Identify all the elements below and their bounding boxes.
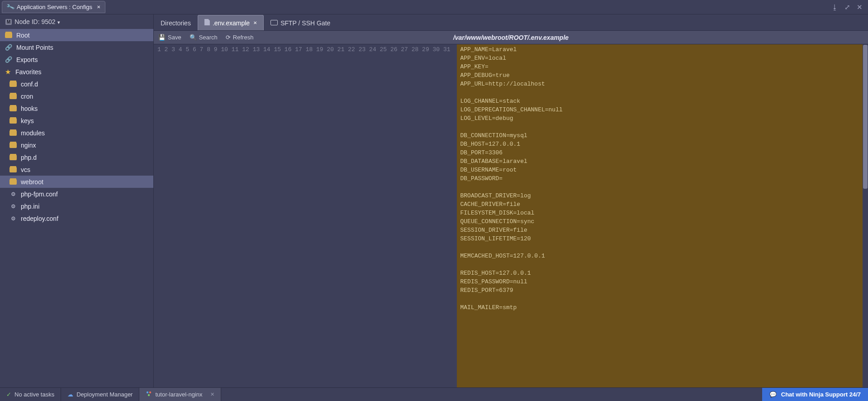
tree-item-label: hooks [21,105,38,112]
tree-item-root[interactable]: Root [0,29,153,41]
svg-point-1 [149,391,151,393]
folder-icon [9,178,17,186]
close-icon[interactable]: ✕ [97,5,100,10]
save-button[interactable]: 💾 Save [158,34,181,41]
tree-item-php-d[interactable]: php.d [0,151,153,163]
bottom-bar: ✓ No active tasks ☁ Deployment Manager t… [0,387,868,401]
tree-item-redeploy-conf[interactable]: ⚙redeploy.conf [0,212,153,224]
folder-icon [9,117,17,125]
svg-point-0 [147,391,148,393]
close-window-icon[interactable]: ✕ [857,3,863,11]
code-editor[interactable]: 1 2 3 4 5 6 7 8 9 10 11 12 13 14 15 16 1… [154,44,868,387]
bottom-tab-label: tutor-laravel-nginx [155,391,202,398]
cloud-icon: ☁ [67,391,73,398]
save-label: Save [168,34,181,41]
node-badge: M [5,19,12,25]
tab-directories[interactable]: Directories [154,15,198,30]
tree-item-cron[interactable]: cron [0,90,153,102]
window-controls: ⭳ ⤢ ✕ [831,3,866,11]
tree-item-mount-points[interactable]: 🔗Mount Points [0,41,153,53]
deploy-label: Deployment Manager [76,391,133,398]
tree-item-label: Favorites [15,68,42,76]
refresh-button[interactable]: ⟳ Refresh [226,34,254,41]
tree-item-label: nginx [21,142,36,149]
tree-item-label: Exports [16,56,38,63]
tree-item-label: keys [21,117,34,124]
gear-icon: ⚙ [9,202,17,210]
gear-icon: ⚙ [9,215,17,223]
node-label: Node ID: 9502 [14,18,60,25]
download-icon[interactable]: ⭳ [831,3,838,11]
tree-item-vcs[interactable]: vcs [0,163,153,176]
tree-item-favorites[interactable]: ★Favorites [0,66,153,78]
search-button[interactable]: 🔍 Search [190,34,218,41]
tree-item-nginx[interactable]: nginx [0,139,153,151]
svg-point-2 [148,394,150,396]
tree-item-keys[interactable]: keys [0,115,153,127]
folder-icon [9,153,17,162]
folder-icon [9,129,17,137]
app-tab[interactable]: 🔧 Application Servers : Configs ✕ [2,1,105,13]
link-icon: 🔗 [5,56,13,64]
close-icon[interactable]: ✕ [253,20,257,25]
bottom-tab[interactable]: tutor-laravel-nginx ✕ [139,388,221,401]
editor-panel: Directories.env.example✕SFTP / SSH Gate … [154,14,868,387]
chat-label: Chat with Ninja Support 24/7 [781,391,861,398]
tree-item-label: vcs [21,166,30,173]
app-tab-title: Application Servers : Configs [17,4,92,10]
tree-item-conf-d[interactable]: conf.d [0,78,153,90]
line-gutter: 1 2 3 4 5 6 7 8 9 10 11 12 13 14 15 16 1… [154,44,457,387]
folder-icon [9,80,17,88]
tab-sftp-ssh-gate[interactable]: SFTP / SSH Gate [264,15,337,30]
folder-icon [5,31,13,39]
tree-item-label: redeploy.conf [21,215,58,222]
chat-icon: 💬 [769,391,777,398]
tree-item-label: php-fpm.conf [21,191,58,198]
deployment-manager-button[interactable]: ☁ Deployment Manager [61,388,139,401]
refresh-label: Refresh [233,34,254,41]
tree-item-exports[interactable]: 🔗Exports [0,53,153,66]
editor-toolbar: 💾 Save 🔍 Search ⟳ Refresh /var/www/webro… [154,31,868,44]
folder-icon [9,105,17,113]
tab--env-example[interactable]: .env.example✕ [198,15,264,30]
tree-item-modules[interactable]: modules [0,127,153,139]
file-path: /var/www/webroot/ROOT/.env.example [453,34,569,41]
code-content[interactable]: APP_NAME=Laravel APP_ENV=local APP_KEY= … [457,44,863,387]
star-icon: ★ [4,68,12,76]
file-tree: Root🔗Mount Points🔗Exports★Favoritesconf.… [0,29,153,224]
tree-item-php-ini[interactable]: ⚙php.ini [0,200,153,212]
file-icon [204,19,210,27]
tree-item-label: modules [21,129,45,137]
link-icon: 🔗 [5,43,13,52]
refresh-icon: ⟳ [226,34,231,41]
folder-icon [9,141,17,149]
check-icon: ✓ [6,391,11,398]
tree-item-label: php.ini [21,203,39,210]
tree-item-label: cron [21,93,33,100]
scrollbar-thumb[interactable] [863,45,868,189]
node-selector[interactable]: M Node ID: 9502 [0,14,153,29]
tab-label: .env.example [213,19,250,27]
tasks-label: No active tasks [14,391,54,398]
tree-item-hooks[interactable]: hooks [0,102,153,115]
fullscreen-icon[interactable]: ⤢ [844,3,850,11]
tree-item-webroot[interactable]: webroot [0,176,153,188]
monitor-icon [270,19,278,27]
tab-label: Directories [161,19,191,27]
close-icon[interactable]: ✕ [210,391,214,397]
tree-item-label: webroot [21,178,43,186]
folder-icon [9,166,17,174]
search-icon: 🔍 [190,34,197,41]
editor-tabs: Directories.env.example✕SFTP / SSH Gate [154,14,868,31]
tree-item-label: Root [16,32,30,39]
tree-item-php-fpm-conf[interactable]: ⚙php-fpm.conf [0,188,153,200]
tasks-status[interactable]: ✓ No active tasks [0,388,61,401]
chat-support-button[interactable]: 💬 Chat with Ninja Support 24/7 [762,388,868,401]
stack-icon [146,391,152,398]
save-icon: 💾 [158,34,166,41]
tab-label: SFTP / SSH Gate [280,19,330,27]
tree-item-label: conf.d [21,81,38,88]
wrench-icon: 🔧 [6,3,15,12]
scrollbar[interactable] [863,44,868,387]
sidebar: M Node ID: 9502 Root🔗Mount Points🔗Export… [0,14,154,387]
